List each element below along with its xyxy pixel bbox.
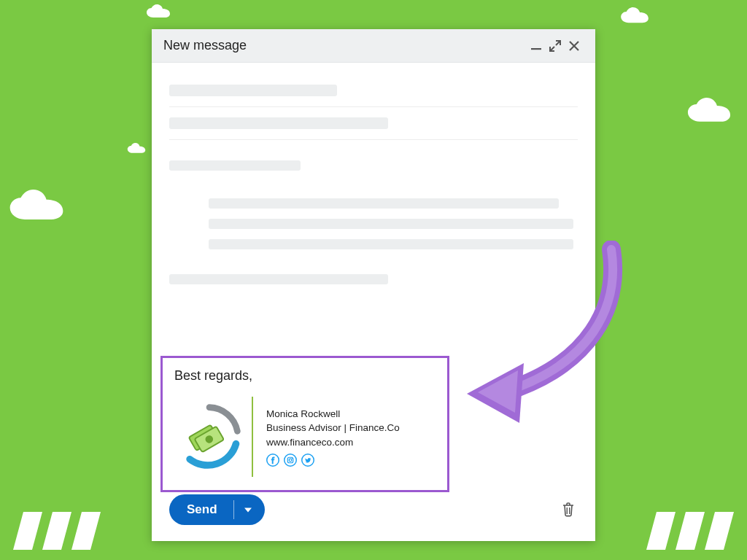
placeholder-bar [169, 160, 301, 171]
svg-rect-0 [531, 48, 541, 50]
cloud-icon [146, 4, 171, 20]
compose-titlebar: New message [152, 29, 595, 63]
signature-title: Business Advisor | Finance.Co [266, 421, 400, 435]
cloud-icon [127, 143, 146, 155]
expand-icon [549, 40, 561, 52]
twitter-icon[interactable] [301, 454, 314, 467]
close-button[interactable] [565, 36, 584, 55]
signature-greeting: Best regards, [174, 368, 436, 384]
signature-logo [174, 402, 244, 472]
trash-icon [561, 502, 576, 518]
message-body-area[interactable] [169, 140, 578, 284]
signature-highlight-box: Best regards, [160, 356, 449, 492]
placeholder-bar [209, 219, 573, 229]
signature-text-block: Monica Rockwell Business Advisor | Finan… [266, 407, 400, 467]
close-icon [568, 40, 580, 52]
svg-point-5 [285, 454, 297, 467]
signature-divider [252, 397, 253, 477]
cloud-icon [620, 7, 649, 26]
instagram-icon[interactable] [284, 454, 297, 467]
cloud-icon [686, 98, 732, 127]
facebook-icon[interactable] [266, 454, 279, 467]
placeholder-bar [169, 274, 388, 284]
compose-body: Best regards, [152, 63, 595, 541]
minimize-button[interactable] [527, 36, 546, 55]
minimize-icon [530, 40, 542, 52]
discard-button[interactable] [559, 500, 578, 519]
subject-field[interactable] [169, 107, 578, 140]
compose-footer: Send [152, 484, 595, 541]
stripes-icon [646, 512, 734, 553]
illustration-background: New message [0, 0, 747, 560]
signature-name: Monica Rockwell [266, 407, 400, 421]
compose-title: New message [163, 38, 247, 53]
placeholder-bar [209, 239, 573, 249]
placeholder-bar [169, 85, 337, 96]
expand-button[interactable] [546, 36, 565, 55]
recipient-field[interactable] [169, 74, 578, 107]
compose-window: New message [152, 29, 595, 541]
placeholder-bar [169, 117, 388, 129]
cloud-icon [7, 190, 66, 226]
send-options-caret[interactable] [234, 494, 265, 525]
signature-social-row [266, 454, 400, 467]
send-button[interactable]: Send [169, 494, 265, 525]
placeholder-bar [209, 198, 559, 209]
send-button-label: Send [169, 494, 233, 525]
stripes-icon [13, 512, 101, 553]
svg-point-8 [292, 458, 293, 459]
svg-point-7 [289, 459, 292, 462]
caret-down-icon [243, 505, 253, 515]
signature-url: www.financeco.com [266, 435, 400, 450]
